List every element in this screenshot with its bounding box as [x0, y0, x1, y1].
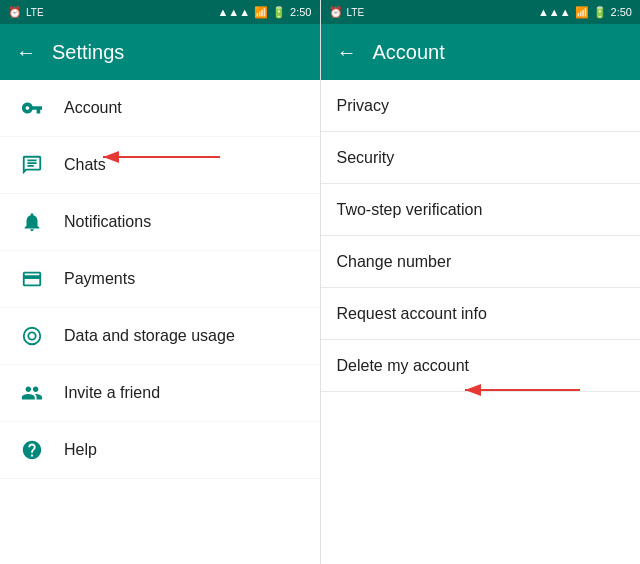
wifi-icon-right: 📶	[575, 6, 589, 19]
payment-icon	[16, 263, 48, 295]
back-button-right[interactable]: ←	[337, 41, 357, 64]
status-bar-right: ⏰ LTE ▲▲▲ 📶 🔋 2:50	[321, 0, 641, 24]
svg-point-0	[24, 328, 41, 345]
account-panel: ⏰ LTE ▲▲▲ 📶 🔋 2:50 ← Account Privacy Sec…	[321, 0, 641, 564]
data-icon	[16, 320, 48, 352]
menu-item-account[interactable]: Account	[0, 80, 320, 137]
chat-icon	[16, 149, 48, 181]
account-title: Account	[373, 41, 445, 64]
alarm-icon-right: ⏰	[329, 6, 343, 19]
request-info-label: Request account info	[337, 305, 487, 323]
account-item-change-number[interactable]: Change number	[321, 236, 641, 288]
menu-item-notifications[interactable]: Notifications	[0, 194, 320, 251]
settings-panel: ⏰ LTE ▲▲▲ 📶 🔋 2:50 ← Settings Account	[0, 0, 321, 564]
settings-toolbar: ← Settings	[0, 24, 320, 80]
back-button-left[interactable]: ←	[16, 41, 36, 64]
key-icon	[16, 92, 48, 124]
account-item-two-step[interactable]: Two-step verification	[321, 184, 641, 236]
account-label: Account	[64, 99, 122, 117]
payments-label: Payments	[64, 270, 135, 288]
svg-point-1	[28, 332, 35, 339]
account-item-delete-account[interactable]: Delete my account	[321, 340, 641, 392]
alarm-icon: ⏰	[8, 6, 22, 19]
delete-account-label: Delete my account	[337, 357, 470, 375]
settings-title: Settings	[52, 41, 124, 64]
account-menu-list: Privacy Security Two-step verification C…	[321, 80, 641, 564]
time-left: 2:50	[290, 6, 311, 18]
signal-icons: ▲▲▲	[217, 6, 250, 18]
security-label: Security	[337, 149, 395, 167]
settings-menu-list: Account Chats Notifications	[0, 80, 320, 564]
invite-label: Invite a friend	[64, 384, 160, 402]
account-item-security[interactable]: Security	[321, 132, 641, 184]
account-item-request-info[interactable]: Request account info	[321, 288, 641, 340]
bell-icon	[16, 206, 48, 238]
chats-label: Chats	[64, 156, 106, 174]
menu-item-help[interactable]: Help	[0, 422, 320, 479]
time-right: 2:50	[611, 6, 632, 18]
account-item-privacy[interactable]: Privacy	[321, 80, 641, 132]
help-label: Help	[64, 441, 97, 459]
battery-icon-right: 🔋	[593, 6, 607, 19]
help-icon	[16, 434, 48, 466]
menu-item-chats[interactable]: Chats	[0, 137, 320, 194]
wifi-icon: 📶	[254, 6, 268, 19]
lte-icon: LTE	[26, 7, 44, 18]
battery-icon: 🔋	[272, 6, 286, 19]
data-label: Data and storage usage	[64, 327, 235, 345]
menu-item-data[interactable]: Data and storage usage	[0, 308, 320, 365]
signal-icons-right: ▲▲▲	[538, 6, 571, 18]
account-toolbar: ← Account	[321, 24, 641, 80]
people-icon	[16, 377, 48, 409]
privacy-label: Privacy	[337, 97, 389, 115]
two-step-label: Two-step verification	[337, 201, 483, 219]
menu-item-invite[interactable]: Invite a friend	[0, 365, 320, 422]
notifications-label: Notifications	[64, 213, 151, 231]
lte-icon-right: LTE	[347, 7, 365, 18]
menu-item-payments[interactable]: Payments	[0, 251, 320, 308]
change-number-label: Change number	[337, 253, 452, 271]
status-bar-left: ⏰ LTE ▲▲▲ 📶 🔋 2:50	[0, 0, 320, 24]
